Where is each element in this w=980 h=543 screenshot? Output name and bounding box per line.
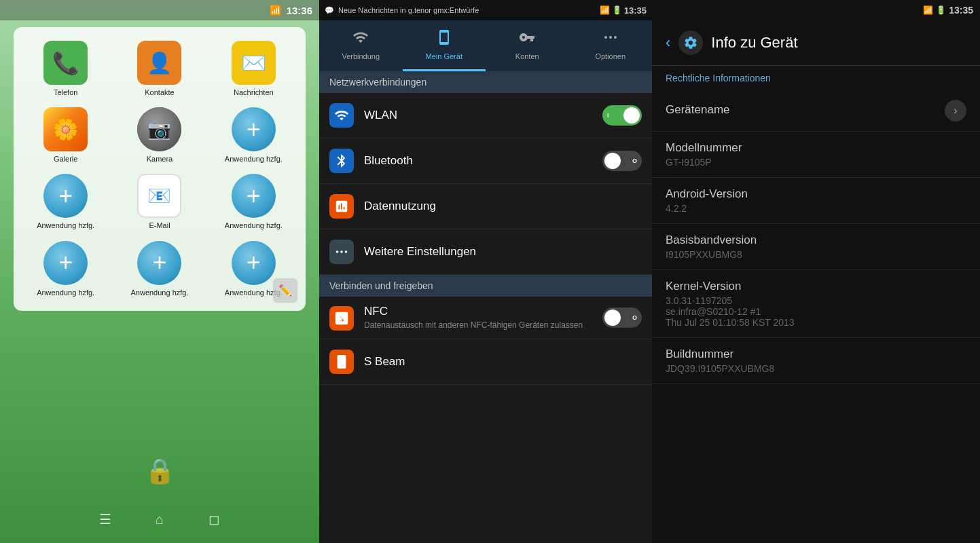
section-header-verbinden: Verbinden und freigeben (319, 275, 652, 297)
svg-point-1 (609, 36, 612, 39)
galerie-icon[interactable]: 🌼 (43, 107, 88, 151)
home-status-icons: 📶 13:36 (270, 5, 312, 16)
galerie-label: Galerie (54, 155, 77, 164)
add-app-icon-6[interactable]: + (232, 241, 276, 285)
tab-optionen-icon (602, 29, 619, 50)
android-value: 4.2.2 (666, 203, 966, 214)
info-item-android: Android-Version 4.2.2 (652, 178, 980, 224)
info-item-geraetename[interactable]: Gerätename › (652, 90, 980, 132)
lock-icon: 🔒 (145, 457, 175, 485)
home-app-grid: 📞 Telefon 👤 Kontakte ✉️ Nachrichten 🌼 (14, 27, 306, 311)
list-item[interactable]: + Anwendung hzfg. (212, 107, 295, 164)
bluetooth-label: Bluetooth (364, 154, 592, 168)
list-item[interactable]: 📞 Telefon (24, 41, 107, 97)
nfc-sublabel: Datenaustausch mit anderen NFC-fähigen G… (364, 320, 592, 330)
kontakte-icon[interactable]: 👤 (137, 41, 181, 85)
modell-value: GT-I9105P (666, 157, 966, 168)
bluetooth-toggle[interactable]: O (602, 151, 642, 171)
kamera-label: Kamera (147, 155, 173, 164)
home-status-bar: 📶 13:36 (0, 0, 319, 20)
settings-time: 13:35 (624, 5, 647, 16)
edit-button[interactable]: ✏️ (273, 278, 297, 303)
sbeam-label: S Beam (364, 355, 642, 369)
tab-verbindung-icon (352, 29, 369, 50)
build-value: JDQ39.I9105PXXUBMG8 (666, 363, 966, 374)
basisband-value: I9105PXXUBMG8 (666, 249, 966, 260)
list-item[interactable]: ✉️ Nachrichten (212, 41, 295, 97)
tab-optionen-label: Optionen (595, 52, 625, 60)
section-header-netzwerk: Netzwerkverbindungen (319, 71, 652, 93)
add-app-icon-2[interactable]: + (43, 174, 88, 218)
wlan-toggle[interactable]: I (602, 105, 642, 126)
settings-signal-icon: 📶 (600, 5, 610, 15)
settings-panel: 💬 Neue Nachrichten in g.tenor gmx:Entwür… (319, 0, 652, 543)
tab-konten-icon (519, 29, 535, 50)
settings-nfc-item[interactable]: NFC Datenaustausch mit anderen NFC-fähig… (319, 297, 652, 339)
email-icon[interactable]: 📧 (137, 174, 181, 218)
settings-sbeam-item[interactable]: S Beam (319, 339, 652, 385)
list-item[interactable]: 📧 E-Mail (117, 174, 201, 230)
tab-konten-label: Konten (515, 52, 539, 60)
telefon-label: Telefon (54, 88, 77, 97)
menu-button[interactable]: ☰ (92, 506, 119, 533)
tab-konten[interactable]: Konten (486, 20, 569, 71)
settings-bluetooth-item[interactable]: Bluetooth O (319, 138, 652, 184)
add-app-icon-3[interactable]: + (232, 174, 276, 218)
home-time: 13:36 (287, 5, 312, 16)
list-item[interactable]: + Anwendung hzfg. (117, 241, 201, 297)
kernel-label: Kernel-Version (666, 280, 966, 293)
device-info-title: Info zu Gerät (711, 34, 797, 52)
svg-point-0 (604, 36, 607, 39)
list-item[interactable]: + Anwendung hzfg. (24, 174, 107, 230)
nfc-toggle-knob (604, 310, 621, 326)
settings-datennutzung-item[interactable]: Datennutzung (319, 184, 652, 229)
list-item[interactable]: + Anwendung hzfg. (212, 174, 295, 230)
tab-mein-geraet-icon (436, 29, 452, 50)
geraetename-arrow[interactable]: › (945, 100, 966, 121)
home-battery-icon: 📶 (270, 5, 281, 16)
settings-tabs: Verbindung Mein Gerät Konten Optionen (319, 20, 652, 71)
home-screen: 📶 13:36 📞 Telefon 👤 Kontakte ✉️ (0, 0, 319, 543)
device-info-header: ‹ Info zu Gerät (652, 20, 980, 66)
add-app-label-5: Anwendung hzfg. (130, 288, 188, 297)
kamera-icon[interactable]: 📷 (137, 107, 181, 151)
info-item-build: Buildnummer JDQ39.I9105PXXUBMG8 (652, 338, 980, 384)
list-item[interactable]: 📷 Kamera (117, 107, 201, 164)
list-item[interactable]: + Anwendung hzfg. (24, 241, 107, 297)
settings-wlan-item[interactable]: WLAN I (319, 93, 652, 138)
info-section-header-rechtlich: Rechtliche Informationen (652, 66, 980, 90)
tab-optionen[interactable]: Optionen (569, 20, 653, 71)
list-item[interactable]: 🌼 Galerie (24, 107, 107, 164)
device-info-panel: 📶 🔋 13:35 ‹ Info zu Gerät Rechtliche Inf… (652, 0, 980, 543)
home-button[interactable]: ⌂ (146, 506, 173, 533)
settings-battery-icon: 🔋 (612, 5, 622, 15)
add-app-icon-1[interactable]: + (232, 107, 276, 151)
sbeam-icon (329, 350, 354, 374)
add-app-label-4: Anwendung hzfg. (37, 288, 94, 297)
add-app-label-3: Anwendung hzfg. (225, 221, 283, 230)
telefon-icon[interactable]: 📞 (43, 41, 88, 85)
tab-mein-geraet[interactable]: Mein Gerät (403, 20, 486, 71)
home-bottom-bar: ☰ ⌂ ◻ (0, 495, 319, 543)
svg-point-4 (340, 250, 343, 253)
bluetooth-icon (329, 149, 354, 173)
tab-verbindung[interactable]: Verbindung (319, 20, 403, 71)
back-button[interactable]: ‹ (666, 34, 670, 52)
gear-icon (678, 31, 703, 55)
nachrichten-icon[interactable]: ✉️ (232, 41, 276, 85)
datennutzung-icon (329, 194, 354, 219)
settings-weitere-item[interactable]: Weitere Einstellungen (319, 229, 652, 275)
nachrichten-label: Nachrichten (234, 88, 274, 97)
list-item[interactable]: 👤 Kontakte (117, 41, 201, 97)
settings-status-bar: 💬 Neue Nachrichten in g.tenor gmx:Entwür… (319, 0, 652, 20)
weitere-label: Weitere Einstellungen (364, 245, 642, 259)
add-app-icon-5[interactable]: + (137, 241, 181, 285)
weitere-icon (329, 240, 354, 264)
nfc-toggle[interactable]: O (602, 307, 642, 328)
basisband-label: Basisbandversion (666, 233, 966, 247)
kernel-value: 3.0.31-1197205 se.infra@S0210-12 #1 Thu … (666, 295, 966, 328)
back-button[interactable]: ◻ (200, 506, 228, 533)
email-label: E-Mail (149, 221, 170, 230)
info-item-basisband: Basisbandversion I9105PXXUBMG8 (652, 224, 980, 270)
add-app-icon-4[interactable]: + (43, 241, 88, 285)
